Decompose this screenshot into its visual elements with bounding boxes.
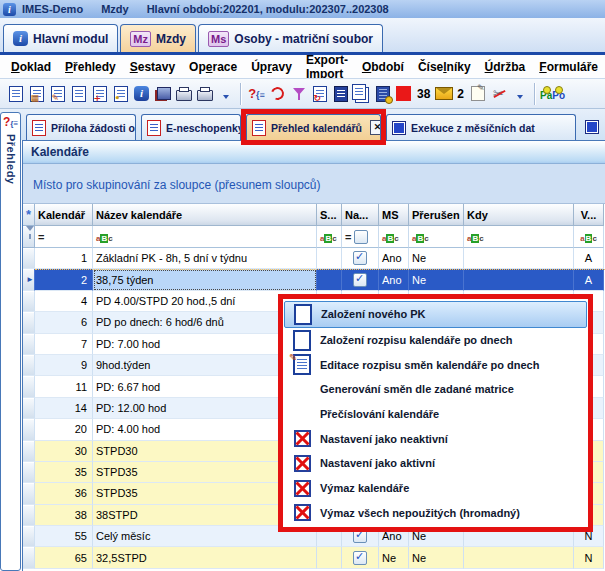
filter-cell-2[interactable]: aBc <box>93 226 317 248</box>
form-icon[interactable] <box>68 83 89 105</box>
cell-s[interactable] <box>317 547 342 568</box>
status-square-icon[interactable] <box>393 83 414 105</box>
cell-na[interactable] <box>342 269 379 290</box>
table-row[interactable]: 1Základní PK - 8h, 5 dní v týdnuAnoNeA <box>23 248 605 269</box>
open-document-icon[interactable]: ▦ <box>26 83 47 105</box>
menu-item-editace-rozpisu-sm-n-kalend-e-po-dnech[interactable]: ✎Editace rozpisu směn kalendáře po dnech <box>284 352 587 377</box>
cell-prerusen[interactable]: Ne <box>409 547 464 568</box>
cell-kdy[interactable] <box>464 269 574 290</box>
menu-p-ehledy[interactable]: Přehledy <box>58 58 123 76</box>
menu-item-nastaven-jako-neaktivn[interactable]: Nastavení jako neaktivní <box>284 426 587 451</box>
filter-cell-0[interactable] <box>23 226 35 248</box>
cell-v[interactable]: N <box>574 547 604 568</box>
menu-item-zalo-en-rozpisu-kalend-e-po-dnech[interactable]: Založení rozpisu kalendáře po dnech <box>284 328 587 353</box>
menu-item-nastaven-jako-aktivn[interactable]: Nastavení jako aktivní <box>284 451 587 476</box>
person-pa-icon[interactable]: Pa <box>540 87 552 101</box>
toolbar-overflow-icon[interactable] <box>215 83 236 105</box>
cell-na[interactable] <box>342 547 379 568</box>
module-tab-hlavn-modul[interactable]: iHlavní modul <box>3 24 118 52</box>
table-row[interactable]: 6532,5STPDNeNeN <box>23 547 605 568</box>
cell-kdy[interactable] <box>464 248 574 269</box>
column-header-ms[interactable]: MS <box>379 204 409 226</box>
menu-item-v-maz-v-ech-nepou-it-ch-hromadn[interactable]: Výmaz všech nepoužitých (hromadný) <box>284 500 587 525</box>
column-header-kdy[interactable]: Kdy <box>464 204 574 226</box>
menu-item-v-maz-kalend-e[interactable]: Výmaz kalendáře <box>284 476 587 501</box>
cell-kalendar[interactable]: 55 <box>35 526 93 547</box>
cell-kalendar[interactable]: 36 <box>35 483 93 504</box>
calculator-icon[interactable] <box>372 83 393 105</box>
checkbox-checked-icon[interactable] <box>353 273 367 287</box>
info-icon[interactable]: i <box>131 83 152 105</box>
cell-ms[interactable]: Ano <box>379 269 409 290</box>
column-header-kalend[interactable]: Kalendář <box>35 204 93 226</box>
column-header-s[interactable]: S... <box>317 204 342 226</box>
cell-s[interactable] <box>317 269 342 290</box>
toolbar-overflow-icon[interactable] <box>509 83 530 105</box>
key-form-icon[interactable]: • <box>110 83 131 105</box>
filter-checkbox[interactable] <box>354 230 368 244</box>
cell-v[interactable]: A <box>574 248 604 269</box>
cut-disabled-icon[interactable]: ✂ <box>488 83 509 105</box>
menu-operace[interactable]: Operace <box>182 58 244 76</box>
reload-document-icon[interactable]: ↻ <box>309 83 330 105</box>
cell-nazev[interactable]: 38,75 týden <box>93 269 317 290</box>
edit-form-icon[interactable]: ✎ <box>47 83 68 105</box>
cell-kalendar[interactable]: 65 <box>35 547 93 568</box>
catalog-icon[interactable] <box>152 83 173 105</box>
filter-cell-4[interactable]: = <box>342 226 379 248</box>
help-insert-icon[interactable]: ?{≡ <box>246 83 267 105</box>
document-tab-exekuce-z-m-s-n-ch-dat[interactable]: Exekuce z měsíčních dat <box>386 114 576 140</box>
cell-kalendar[interactable]: 14 <box>35 398 93 419</box>
menu-item-generov-n-sm-n-dle-zadan-matrice[interactable]: Generování směn dle zadané matrice <box>284 377 587 402</box>
menu-pravy[interactable]: Úpravy <box>244 58 299 76</box>
print-preview-icon[interactable] <box>194 83 215 105</box>
menu-formul-e[interactable]: Formuláře <box>532 58 605 76</box>
new-document-icon[interactable] <box>5 83 26 105</box>
refresh-icon[interactable] <box>267 83 288 105</box>
cell-kalendar[interactable]: 20 <box>35 419 93 440</box>
document-tab-p-ehled-kalend[interactable]: Přehled kalendářů✕ <box>246 114 381 140</box>
document-tab-icon[interactable] <box>585 120 599 134</box>
document-tab-p-loha-dosti-o[interactable]: Příloha žádosti o <box>26 114 136 140</box>
menu-doklad[interactable]: Doklad <box>4 58 58 76</box>
cell-kalendar[interactable]: 4 <box>35 291 93 312</box>
menu-sestavy[interactable]: Sestavy <box>123 58 182 76</box>
column-header-v[interactable]: V... <box>574 204 604 226</box>
cell-kalendar[interactable]: 1 <box>35 248 93 269</box>
document-tab-e-neschopenky[interactable]: E-neschopenky <box>141 114 241 140</box>
cell-ms[interactable]: Ano <box>379 248 409 269</box>
menu-item-p-e-slov-n-kalend-e[interactable]: Přečíslování kalendáře <box>284 402 587 427</box>
filter-cell-3[interactable]: aBc <box>317 226 342 248</box>
filter-icon[interactable] <box>288 83 309 105</box>
column-header-na[interactable]: Na... <box>342 204 379 226</box>
column-header-n-zev-kalend-e[interactable]: Název kalendáře <box>93 204 317 226</box>
cell-kalendar[interactable]: 6 <box>35 312 93 333</box>
checkbox-checked-icon[interactable] <box>353 551 367 565</box>
add-form-icon[interactable]: + <box>89 83 110 105</box>
filter-cell-6[interactable]: aBc <box>409 226 464 248</box>
menu-obdob[interactable]: Období <box>355 58 411 76</box>
cell-s[interactable] <box>317 248 342 269</box>
person-po-icon[interactable]: Po <box>552 87 565 101</box>
cell-kalendar[interactable]: 9 <box>35 355 93 376</box>
table-row[interactable]: ►238,75 týdenAnoNeA <box>23 269 605 290</box>
mail-icon[interactable] <box>433 83 454 105</box>
filter-cell-8[interactable]: aBc <box>574 226 604 248</box>
cell-kalendar[interactable]: 2 <box>35 269 93 290</box>
menu-dr-ba[interactable]: Údržba <box>478 58 533 76</box>
sidebar-tab-prehledy[interactable]: Přehledy <box>5 134 17 184</box>
note-edit-icon[interactable]: ✎ <box>467 83 488 105</box>
cell-kalendar[interactable]: 30 <box>35 441 93 462</box>
module-tab-mzdy[interactable]: MzMzdy <box>120 24 196 52</box>
column-header-p-eru-en[interactable]: Přerušen <box>409 204 464 226</box>
menu-item-zalo-en-nov-ho-pk[interactable]: Založení nového PK <box>284 301 587 328</box>
help-panel-icon[interactable]: ?{≡ <box>3 116 18 128</box>
cell-kdy[interactable] <box>464 547 574 568</box>
cell-nazev[interactable]: 32,5STPD <box>93 547 317 568</box>
copy-documents-icon[interactable] <box>351 83 372 105</box>
cell-prerusen[interactable]: Ne <box>409 269 464 290</box>
cell-v[interactable]: A <box>574 269 604 290</box>
cell-nazev[interactable]: Základní PK - 8h, 5 dní v týdnu <box>93 248 317 269</box>
filter-cell-1[interactable]: = <box>35 226 93 248</box>
cell-na[interactable] <box>342 248 379 269</box>
